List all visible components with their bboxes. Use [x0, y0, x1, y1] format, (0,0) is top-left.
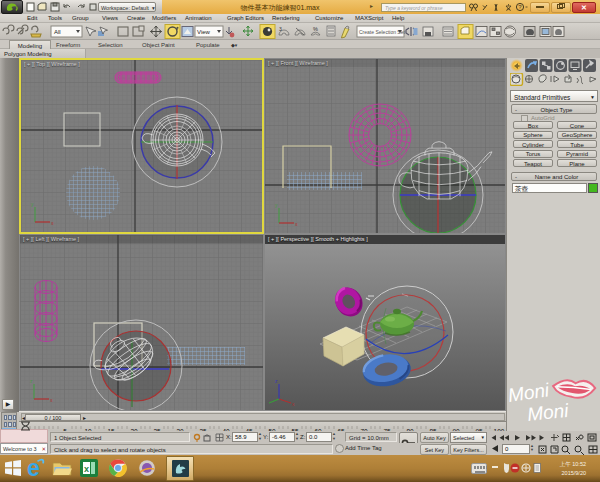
svg-text:x: x	[292, 401, 295, 407]
svg-text:All: All	[54, 29, 61, 35]
svg-text:z: z	[275, 378, 278, 384]
svg-text:%: %	[313, 26, 318, 32]
svg-text:View: View	[197, 29, 211, 35]
svg-text:Moni: Moni	[526, 400, 570, 425]
svg-text:Create Selection Set: Create Selection Set	[359, 29, 405, 35]
svg-text:3: 3	[279, 26, 282, 32]
svg-text:?: ?	[518, 4, 522, 10]
